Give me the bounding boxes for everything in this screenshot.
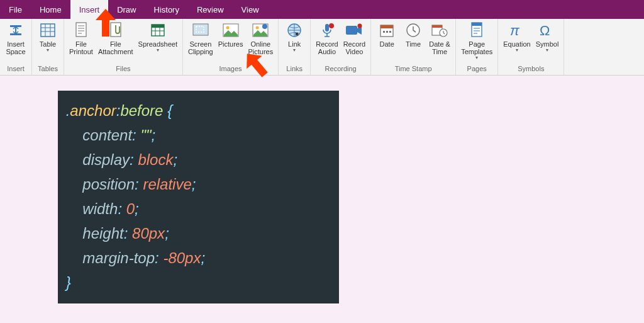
code-token: ;	[151, 127, 155, 144]
code-token: }	[66, 274, 71, 291]
table-icon	[37, 21, 58, 39]
symbol-icon: Ω	[536, 21, 558, 39]
time-icon	[402, 21, 424, 39]
date-time-button[interactable]: Date & Time	[426, 21, 453, 55]
chevron-down-icon: ▾	[157, 48, 159, 53]
chevron-down-icon: ▾	[293, 48, 296, 53]
menu-tab-insert[interactable]: Insert	[70, 0, 109, 19]
menu-tab-review[interactable]: Review	[188, 0, 233, 19]
menu-tab-file[interactable]: File	[0, 0, 31, 19]
equation-icon: π	[506, 21, 528, 39]
ribbon-group-caption: Files	[116, 64, 130, 75]
online-pictures-label: Online Pictures	[248, 39, 273, 55]
chevron-down-icon: ▾	[475, 55, 478, 60]
menubar: FileHomeInsertDrawHistoryReviewView	[0, 0, 644, 19]
chevron-down-icon: ▾	[516, 48, 518, 53]
svg-rect-4	[152, 25, 164, 28]
date-label: Date	[380, 39, 394, 48]
svg-point-11	[262, 24, 267, 29]
ribbon-group-images: Screen ClippingPicturesOnline PicturesIm…	[183, 19, 279, 75]
screen-clipping-icon	[190, 21, 211, 39]
symbol-label: Symbol	[536, 39, 559, 48]
online-pictures-button[interactable]: Online Pictures	[245, 21, 275, 55]
svg-rect-24	[472, 23, 482, 26]
ribbon-group-time-stamp: DateTimeDate & TimeTime Stamp	[371, 19, 456, 75]
code-token: margin-top	[82, 249, 155, 266]
chevron-down-icon: ▾	[546, 48, 548, 53]
code-token: display	[82, 151, 130, 168]
svg-point-16	[358, 24, 362, 28]
screen-clipping-button[interactable]: Screen Clipping	[186, 21, 216, 55]
ribbon-group-caption: Tables	[38, 64, 58, 75]
svg-text:π: π	[510, 23, 520, 38]
ribbon-group-pages: Page Templates▾Pages	[456, 19, 498, 75]
code-token: ;	[173, 151, 177, 168]
ribbon-group-tables: Table▾Tables	[32, 19, 64, 75]
ribbon-group-caption: Insert	[7, 64, 25, 75]
insert-space-button[interactable]: Insert Space	[3, 21, 29, 55]
code-token: :	[155, 249, 159, 266]
record-video-button[interactable]: Record Video	[341, 21, 368, 55]
symbol-button[interactable]: ΩSymbol▾	[533, 21, 562, 53]
online-pictures-icon	[250, 21, 271, 39]
code-token: :	[132, 127, 136, 144]
file-attachment-icon	[105, 21, 126, 39]
code-token: -80px	[163, 249, 201, 266]
code-token: width	[82, 200, 118, 217]
pictures-label: Pictures	[218, 39, 243, 48]
ribbon-group-insert: Insert SpaceInsert	[0, 19, 32, 75]
code-token: ""	[140, 127, 151, 144]
ribbon-group-caption: Images	[219, 64, 242, 75]
link-button[interactable]: Link▾	[281, 21, 308, 53]
time-label: Time	[406, 39, 421, 48]
file-attachment-button[interactable]: File Attachment	[96, 21, 136, 55]
ribbon-group-links: Link▾Links	[279, 19, 311, 75]
code-token: ;	[135, 200, 139, 217]
chevron-down-icon: ▾	[47, 48, 49, 53]
insert-space-icon	[5, 21, 26, 39]
svg-text:Ω: Ω	[540, 23, 550, 38]
svg-rect-15	[346, 26, 357, 35]
file-attachment-label: File Attachment	[98, 39, 133, 55]
table-label: Table	[40, 39, 56, 48]
page-templates-button[interactable]: Page Templates▾	[458, 21, 495, 60]
svg-rect-5	[193, 24, 208, 35]
file-printout-button[interactable]: File Printout	[67, 21, 96, 55]
date-button[interactable]: Date	[374, 21, 400, 48]
code-token: :	[130, 151, 134, 168]
svg-point-14	[329, 23, 334, 28]
ribbon-group-caption: Recording	[325, 64, 357, 75]
pictures-icon	[220, 21, 242, 39]
file-printout-icon	[70, 21, 92, 39]
menu-tab-home[interactable]: Home	[31, 0, 70, 19]
code-token: ;	[165, 225, 169, 242]
code-token: :	[118, 200, 122, 217]
code-token: 0	[126, 200, 135, 217]
record-audio-button[interactable]: Record Audio	[313, 21, 340, 55]
ribbon: Insert SpaceInsertTable▾TablesFile Print…	[0, 19, 644, 76]
code-token: content	[82, 127, 132, 144]
page-canvas: .anchor:before { content: ""; display: b…	[0, 76, 644, 323]
spreadsheet-label: Spreadsheet	[138, 39, 177, 48]
code-token: position	[82, 176, 135, 193]
spreadsheet-button[interactable]: Spreadsheet▾	[136, 21, 180, 53]
time-button[interactable]: Time	[400, 21, 426, 48]
code-token: height	[82, 225, 123, 242]
code-token: relative	[143, 176, 191, 193]
record-audio-label: Record Audio	[316, 39, 338, 55]
equation-button[interactable]: πEquation▾	[501, 21, 533, 53]
menu-tab-view[interactable]: View	[233, 0, 268, 19]
equation-label: Equation	[503, 39, 530, 48]
ribbon-group-caption: Links	[286, 64, 303, 75]
menu-tab-history[interactable]: History	[145, 0, 188, 19]
ribbon-group-symbols: πEquation▾ΩSymbol▾Symbols	[498, 19, 564, 75]
screen-clipping-label: Screen Clipping	[188, 39, 213, 55]
menu-tab-draw[interactable]: Draw	[108, 0, 145, 19]
code-token: 80px	[132, 225, 165, 242]
svg-rect-13	[325, 24, 329, 31]
table-button[interactable]: Table▾	[35, 21, 61, 53]
pictures-button[interactable]: Pictures	[216, 21, 246, 48]
file-printout-label: File Printout	[69, 39, 93, 55]
date-icon	[376, 21, 397, 39]
svg-rect-0	[41, 24, 55, 37]
